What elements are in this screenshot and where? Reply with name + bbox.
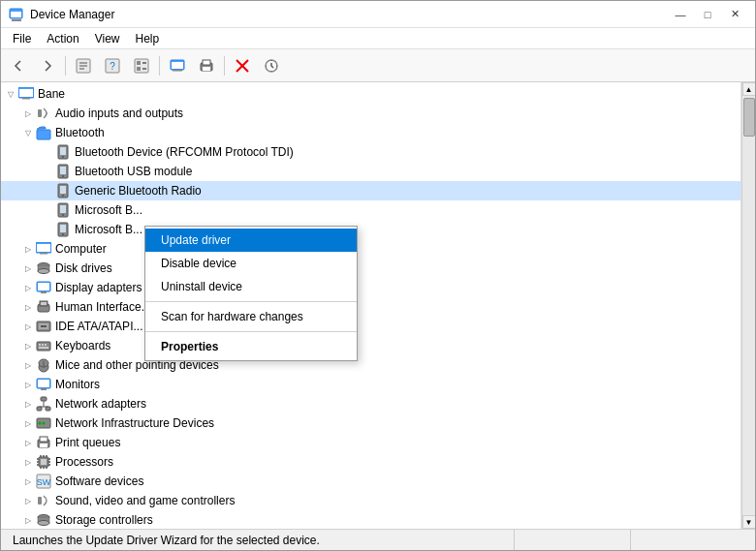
ms-bt-1-label: Microsoft B... [75,203,142,217]
tree-item-bt-usb[interactable]: Bluetooth USB module [1,162,740,181]
svg-rect-15 [173,70,182,72]
print-label: Print queues [55,436,120,449]
svg-point-76 [39,422,42,425]
disk-icon [36,260,51,276]
svg-point-30 [62,156,64,158]
tree-item-mice[interactable]: ▷ Mice and other pointing devices [1,355,740,375]
svg-point-78 [47,422,49,425]
separator-2 [159,56,160,76]
forward-button[interactable] [34,52,61,79]
delete-button[interactable] [229,52,256,79]
tree-view[interactable]: ▽ Bane ▷ [1,82,741,529]
tree-item-software[interactable]: ▷ SW Software devices [1,472,740,491]
context-menu: Update driver Disable device Uninstall d… [144,226,358,361]
scroll-down-button[interactable]: ▼ [742,515,756,529]
tree-item-bluetooth[interactable]: ▽ Bluetooth [1,123,740,142]
tree-item-audio[interactable]: ▷ Audio inputs and outputs [1,104,740,123]
tree-item-bt-rfcomm[interactable]: Bluetooth Device (RFCOMM Protocol TDI) [1,142,740,162]
keyboard-icon [36,338,51,353]
computer-icon-button[interactable] [164,52,191,79]
svg-rect-41 [60,225,66,232]
tree-item-monitors[interactable]: ▷ Monitors [1,375,740,394]
separator-1 [65,56,66,76]
svg-rect-68 [41,388,47,390]
window-icon [9,7,24,22]
tree-item-disk[interactable]: ▷ Disk drives [1,259,740,278]
ctx-uninstall-device[interactable]: Uninstall device [145,275,357,298]
back-button[interactable] [5,52,32,79]
display-label: Display adapters [55,281,142,294]
scan-button[interactable] [258,52,285,79]
ctx-properties-label: Properties [161,340,218,353]
bluetooth-folder-icon [36,125,51,140]
ctx-disable-device[interactable]: Disable device [145,252,357,275]
device-list-button[interactable] [128,52,155,79]
minimize-button[interactable]: — [668,5,693,24]
maximize-button[interactable]: □ [695,5,720,24]
root-label: Bane [38,87,65,101]
svg-rect-83 [41,459,47,465]
disk-label: Disk drives [55,261,112,275]
tree-item-processors[interactable]: ▷ [1,452,740,472]
properties-button[interactable] [70,52,97,79]
svg-rect-80 [40,437,47,442]
keyboards-label: Keyboards [55,339,110,352]
ctx-properties[interactable]: Properties [145,335,357,358]
tree-item-network-infra[interactable]: ▷ Network Infrastructure Devices [1,413,740,433]
ide-icon [36,319,51,334]
ms-bt-2-label: Microsoft B... [75,223,142,236]
display-icon [36,280,51,295]
status-bar: Launches the Update Driver Wizard for th… [1,529,755,550]
svg-rect-50 [38,283,49,291]
scroll-track[interactable] [742,96,756,515]
tree-item-sound[interactable]: ▷ Sound, video and game controllers [1,491,740,510]
svg-rect-69 [41,397,47,401]
ms-bt-1-icon [55,202,71,218]
menu-file[interactable]: File [5,28,39,48]
menu-help[interactable]: Help [128,28,168,48]
scrollbar[interactable]: ▲ ▼ [741,82,755,529]
bt-rfcomm-label: Bluetooth Device (RFCOMM Protocol TDI) [75,145,294,159]
processors-label: Processors [55,455,113,469]
svg-text:SW: SW [37,477,51,487]
scroll-up-button[interactable]: ▲ [742,82,756,96]
svg-rect-38 [60,205,66,213]
menu-action[interactable]: Action [39,28,86,48]
ctx-update-driver[interactable]: Update driver [145,229,357,252]
svg-rect-11 [137,67,141,71]
print-button[interactable] [193,52,220,79]
svg-rect-61 [45,344,47,346]
expand-bluetooth[interactable]: ▽ [20,125,36,140]
svg-point-42 [62,233,64,235]
svg-rect-60 [42,344,44,346]
tree-item-keyboards[interactable]: ▷ Keyboards [1,336,740,355]
tree-item-hid[interactable]: ▷ Human Interface... [1,297,740,317]
tree-item-storage[interactable]: ▷ Storage controllers [1,510,740,529]
main-content: ▽ Bane ▷ [1,82,755,529]
expand-audio[interactable]: ▷ [20,106,36,121]
close-button[interactable]: ✕ [722,5,747,24]
tree-item-network[interactable]: ▷ Network adapters [1,394,740,413]
update-driver-button[interactable]: ? [99,52,126,79]
tree-item-print[interactable]: ▷ Print queues [1,433,740,452]
tree-item-ms-bt-2[interactable]: Microsoft B... [1,220,740,239]
tree-item-ide[interactable]: ▷ IDE ATA/ATAPI... [1,317,740,336]
ctx-scan-hardware[interactable]: Scan for hardware changes [145,305,357,328]
separator-3 [224,56,225,76]
tree-root[interactable]: ▽ Bane [1,84,740,104]
tree-item-ms-bt-1[interactable]: Microsoft B... [1,200,740,220]
svg-rect-10 [137,61,141,65]
menu-view[interactable]: View [87,28,128,48]
svg-rect-45 [40,253,47,255]
tree-item-computer[interactable]: ▷ Computer [1,239,740,259]
svg-rect-44 [37,244,50,252]
svg-rect-57 [41,325,47,327]
tree-item-bt-generic[interactable]: Generic Bluetooth Radio [1,181,740,200]
tree-item-display[interactable]: ▷ Display adapters [1,278,740,297]
svg-point-39 [62,214,64,216]
scroll-thumb[interactable] [743,98,755,137]
svg-rect-51 [41,291,47,293]
computer-tree-icon [36,241,51,257]
ms-bt-2-icon [55,222,71,237]
expand-root[interactable]: ▽ [3,86,18,102]
